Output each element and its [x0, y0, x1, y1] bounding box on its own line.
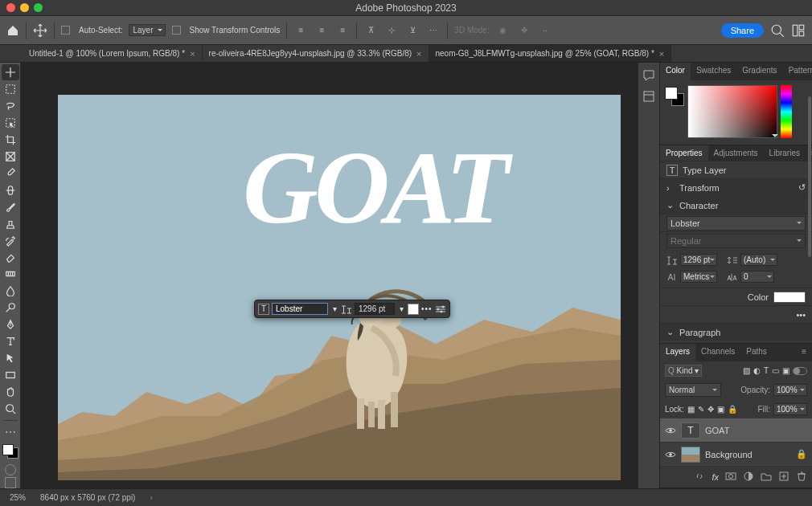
canvas-viewport[interactable]: GOAT T Lobster ▾ 1296 pt ▾ ••• [21, 63, 638, 488]
gradient-tool[interactable] [2, 266, 19, 282]
clone-stamp-tool[interactable] [2, 216, 19, 232]
visibility-icon[interactable] [665, 425, 676, 436]
visibility-icon[interactable] [665, 449, 676, 460]
filter-kind-select[interactable]: Q Kind ▾ [665, 365, 702, 377]
align-top-edges-icon[interactable]: ⊼ [363, 23, 378, 38]
edit-toolbar-icon[interactable]: ⋯ [2, 424, 19, 440]
font-family-select[interactable]: Lobster [666, 216, 806, 231]
type-tool[interactable] [2, 333, 19, 349]
libraries-panel-icon[interactable] [642, 90, 655, 103]
auto-select-checkbox[interactable] [61, 26, 70, 35]
more-align-icon[interactable]: ⋯ [426, 23, 441, 38]
color-panel-swatches[interactable] [665, 87, 684, 106]
close-tab-icon[interactable]: × [190, 49, 195, 59]
canvas[interactable]: GOAT [58, 95, 621, 480]
path-select-tool[interactable] [2, 350, 19, 366]
panel-menu-icon[interactable]: ≡ [796, 344, 812, 361]
crop-tool[interactable] [2, 132, 19, 148]
align-right-edges-icon[interactable]: ≡ [335, 23, 350, 38]
lock-transparency-icon[interactable]: ▦ [687, 405, 695, 414]
pen-tool[interactable] [2, 316, 19, 333]
tab-gradients[interactable]: Gradients [736, 63, 782, 80]
layer-name[interactable]: Background [705, 450, 753, 459]
fill-input[interactable]: 100% [773, 403, 807, 415]
transform-section-header[interactable]: › Transform ↺ [660, 178, 812, 196]
eraser-tool[interactable] [2, 249, 19, 265]
align-h-centers-icon[interactable]: ≡ [314, 23, 329, 38]
healing-brush-tool[interactable] [2, 182, 19, 198]
blend-mode-select[interactable]: Normal [665, 383, 721, 397]
filter-shape-icon[interactable]: ▭ [772, 366, 779, 375]
blur-tool[interactable] [2, 283, 19, 299]
layer-mask-icon[interactable] [725, 471, 736, 484]
lock-all-icon[interactable]: 🔒 [728, 405, 737, 414]
more-options-icon[interactable]: ••• [421, 304, 433, 313]
tab-libraries[interactable]: Libraries [764, 145, 806, 161]
contextual-taskbar[interactable]: T Lobster ▾ 1296 pt ▾ ••• [254, 300, 450, 318]
close-tab-icon[interactable]: × [416, 49, 421, 59]
comments-panel-icon[interactable] [642, 69, 655, 82]
hand-tool[interactable] [2, 384, 19, 400]
brush-tool[interactable] [2, 199, 19, 215]
dodge-tool[interactable] [2, 300, 19, 316]
document-dimensions[interactable]: 8640 px x 5760 px (72 ppi) [40, 493, 135, 502]
filter-adjust-icon[interactable]: ◐ [753, 366, 761, 375]
show-transform-checkbox[interactable] [172, 26, 181, 35]
delete-layer-icon[interactable] [796, 471, 807, 484]
align-left-edges-icon[interactable]: ≡ [293, 23, 308, 38]
lock-icon[interactable]: 🔒 [796, 449, 807, 459]
tab-channels[interactable]: Channels [695, 344, 740, 361]
history-brush-tool[interactable] [2, 233, 19, 249]
zoom-tool[interactable] [2, 401, 19, 417]
reset-icon[interactable]: ↺ [798, 182, 806, 193]
text-color-swatch[interactable] [408, 304, 419, 315]
filter-type-icon[interactable]: T [764, 366, 769, 375]
lasso-tool[interactable] [2, 98, 19, 114]
link-layers-icon[interactable] [694, 471, 705, 484]
layer-row[interactable]: T GOAT [660, 418, 812, 443]
align-v-centers-icon[interactable]: ⊹ [384, 23, 399, 38]
eyedropper-tool[interactable] [2, 165, 19, 182]
tab-untitled-1[interactable]: Untitled-1 @ 100% (Lorem Ipsum, RGB/8) *… [23, 45, 203, 62]
opacity-input[interactable]: 100% [773, 384, 807, 396]
auto-select-dropdown[interactable]: Layer [129, 24, 165, 36]
lock-artboard-icon[interactable]: ▣ [717, 405, 724, 414]
zoom-level[interactable]: 25% [10, 493, 26, 502]
tab-properties[interactable]: Properties [660, 145, 708, 161]
font-style-select[interactable]: Regular [666, 234, 806, 248]
lock-image-icon[interactable]: ✎ [698, 405, 704, 414]
foreground-color[interactable] [2, 444, 14, 455]
layer-thumbnail[interactable] [681, 447, 700, 463]
tracking-input[interactable]: Metrics [680, 271, 717, 283]
panel-scrollbar[interactable] [808, 96, 811, 257]
rectangle-tool[interactable] [2, 367, 19, 383]
home-button[interactable] [6, 25, 19, 36]
workspace-switcher-icon[interactable] [791, 23, 806, 38]
kerning-input[interactable]: 0 [740, 271, 774, 283]
frame-tool[interactable] [2, 149, 19, 165]
new-layer-icon[interactable] [778, 471, 789, 484]
move-tool[interactable] [2, 64, 19, 80]
screen-mode-icon[interactable] [5, 477, 16, 488]
layer-style-icon[interactable]: fx [712, 472, 719, 482]
text-color-chip[interactable] [773, 292, 806, 303]
tab-swatches[interactable]: Swatches [691, 63, 736, 80]
quick-mask-icon[interactable] [5, 464, 16, 475]
color-field[interactable] [687, 85, 777, 138]
canvas-text-layer[interactable]: GOAT [243, 127, 506, 247]
paragraph-section-header[interactable]: ⌄ Paragraph [660, 323, 812, 341]
object-select-tool[interactable] [2, 115, 19, 131]
lock-position-icon[interactable]: ✥ [707, 405, 714, 414]
layer-row[interactable]: Background 🔒 [660, 443, 812, 467]
align-bottom-edges-icon[interactable]: ⊻ [405, 23, 420, 38]
tab-adjustments[interactable]: Adjustments [708, 145, 764, 161]
tab-layers[interactable]: Layers [660, 344, 695, 361]
tab-paths[interactable]: Paths [740, 344, 773, 361]
tab-patterns[interactable]: Patterns [783, 63, 812, 80]
tab-neom[interactable]: neom-G8_J8LFMWTg-unsplash.jpg @ 25% (GOA… [429, 45, 672, 62]
filter-toggle-icon[interactable] [793, 367, 807, 375]
character-section-header[interactable]: ⌄ Character [660, 196, 812, 214]
font-size-field[interactable]: 1296 pt [355, 303, 395, 315]
tab-re-oliveira[interactable]: re-oliveira-4RE8Jeg8yy4-unsplash.jpg @ 3… [203, 45, 429, 62]
hue-slider[interactable] [781, 85, 792, 138]
